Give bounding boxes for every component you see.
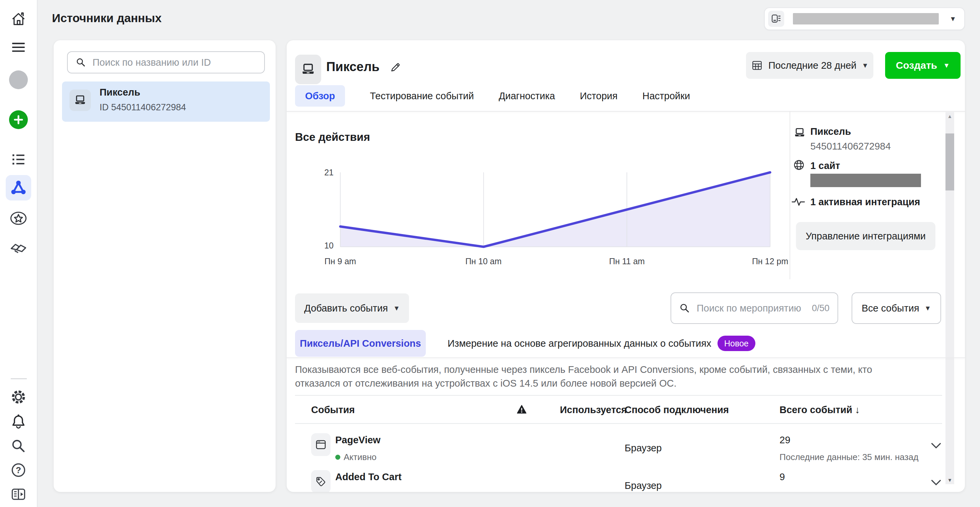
site-url-redacted [810, 174, 921, 187]
x-axis-tick-2: Пн 11 am [609, 256, 645, 266]
chart-title: Все действия [295, 131, 370, 143]
task-list-icon[interactable] [9, 150, 28, 168]
tabbar-divider [286, 111, 965, 112]
event-name: PageView [335, 435, 380, 446]
browser-window-icon [311, 433, 331, 456]
svg-text:?: ? [16, 465, 21, 475]
pixel-title: Пиксель [326, 60, 380, 74]
scroll-down-arrow[interactable]: ▼ [945, 477, 954, 483]
pulse-icon [791, 194, 806, 209]
business-icon [768, 11, 784, 27]
events-description: Показываются все веб-события, полученные… [295, 363, 914, 390]
edit-pencil-icon[interactable] [389, 60, 402, 74]
laptop-icon [794, 127, 806, 139]
event-search-input[interactable] [697, 303, 812, 314]
add-events-button[interactable]: Добавить события ▼ [295, 293, 409, 323]
subtab-aggregated-events[interactable]: Измерение на основе агрегированных данны… [448, 330, 711, 357]
event-status: Активно [344, 452, 377, 462]
source-search-input[interactable] [92, 57, 264, 68]
sidebar-item-data-sources[interactable] [6, 175, 31, 200]
source-list-panel: Пиксель ID 545011406272984 [54, 40, 275, 492]
settings-gear-icon[interactable] [9, 388, 28, 407]
manage-integrations-button[interactable]: Управление интеграциями [796, 222, 935, 250]
events-filter-dropdown[interactable]: Все события ▼ [851, 292, 941, 324]
home-icon[interactable] [9, 10, 28, 29]
partners-icon[interactable] [9, 238, 28, 257]
table-top-divider [295, 395, 942, 396]
subtab-divider [286, 358, 965, 358]
pixel-overview-panel: Пиксель Последние 28 дней ▼ Создать ▼ Об… [286, 40, 965, 492]
notifications-bell-icon[interactable] [9, 412, 28, 431]
tab-test-events[interactable]: Тестирование событий [370, 91, 474, 102]
col-header-total[interactable]: Всего событий ↓ [780, 404, 860, 415]
pixel-tabs: Обзор Тестирование событий Диагностика И… [295, 85, 690, 107]
event-search[interactable]: 0/50 [671, 292, 838, 324]
chevron-down-icon: ▼ [950, 16, 956, 22]
search-icon [75, 57, 86, 68]
scrollbar-thumb[interactable] [945, 134, 954, 191]
help-icon[interactable]: ? [9, 461, 28, 480]
data-sources-icon [10, 179, 27, 197]
search-icon [679, 302, 690, 314]
business-name-redacted [793, 13, 939, 24]
subtab-pixel-api-conversions[interactable]: Пиксель/API Conversions [295, 330, 426, 357]
chart-info-divider [789, 112, 790, 279]
y-axis-tick-top: 21 [305, 168, 334, 177]
content-scrollbar[interactable]: ▲ ▼ [945, 112, 954, 484]
x-axis-tick-0: Пн 9 am [325, 256, 356, 266]
create-button[interactable]: Создать ▼ [885, 52, 961, 79]
x-axis-tick-3: Пн 12 pm [752, 256, 788, 266]
status-dot [335, 455, 340, 460]
expand-row-chevron-icon[interactable] [931, 443, 941, 449]
date-range-icon [751, 59, 763, 72]
page-title: Источники данных [52, 11, 162, 25]
pixel-source-icon [69, 89, 91, 111]
event-connection: Браузер [625, 480, 662, 491]
favorites-icon[interactable] [9, 209, 28, 228]
col-header-events[interactable]: События [311, 404, 355, 415]
chevron-down-icon: ▼ [393, 305, 400, 312]
event-name: Added To Cart [335, 472, 402, 483]
info-integration-count: 1 активная интеграция [810, 197, 920, 208]
globe-icon [792, 158, 806, 172]
event-last-data: Последние данные: 35 мин. назад [780, 452, 918, 462]
search-icon[interactable] [9, 437, 28, 455]
tab-history[interactable]: История [580, 91, 617, 102]
col-header-used[interactable]: Используется [560, 404, 627, 415]
date-range-selector[interactable]: Последние 28 дней ▼ [746, 52, 873, 79]
tab-diagnostics[interactable]: Диагностика [498, 91, 555, 102]
collapse-panel-icon[interactable] [9, 485, 28, 504]
chevron-down-icon: ▼ [862, 62, 869, 69]
info-source-name: Пиксель [810, 126, 851, 137]
create-plus-button[interactable] [9, 110, 28, 129]
x-axis-tick-1: Пн 10 am [465, 256, 501, 266]
events-line-chart [340, 172, 770, 247]
date-range-label: Последние 28 дней [768, 60, 857, 71]
y-axis-tick-bottom: 10 [305, 241, 334, 251]
source-name: Пиксель [100, 87, 140, 98]
new-badge: Новое [718, 335, 756, 351]
chevron-down-icon: ▼ [943, 62, 950, 69]
rail-divider [11, 378, 27, 379]
col-header-total-label: Всего событий [780, 404, 852, 415]
tab-overview[interactable]: Обзор [295, 85, 345, 106]
event-total: 9 [780, 472, 785, 483]
search-char-counter: 0/50 [812, 303, 829, 313]
expand-row-chevron-icon[interactable] [931, 480, 941, 486]
avatar[interactable] [9, 70, 28, 89]
source-id: ID 545011406272984 [100, 102, 186, 113]
business-selector[interactable]: ▼ [764, 7, 965, 30]
scroll-up-arrow[interactable]: ▲ [945, 113, 954, 119]
chevron-down-icon: ▼ [924, 305, 931, 312]
col-header-connection[interactable]: Способ подключения [625, 404, 729, 415]
create-button-label: Создать [896, 60, 937, 71]
tag-icon [311, 470, 331, 492]
pixel-header-icon [295, 55, 321, 84]
event-total: 29 [780, 435, 790, 446]
source-search[interactable] [67, 51, 265, 73]
tab-settings[interactable]: Настройки [643, 91, 690, 102]
menu-icon[interactable] [9, 38, 28, 57]
info-source-id: 545011406272984 [810, 141, 891, 152]
info-sites-count: 1 сайт [810, 160, 840, 172]
source-list-item-pixel[interactable]: Пиксель ID 545011406272984 [62, 81, 270, 122]
